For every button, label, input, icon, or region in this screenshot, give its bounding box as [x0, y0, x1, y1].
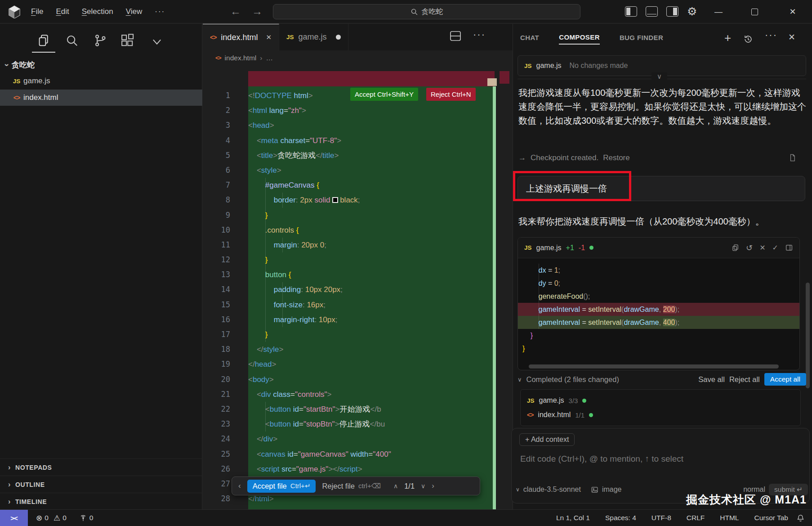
color-swatch-icon [332, 197, 338, 203]
menu-file[interactable]: File [26, 5, 48, 18]
copy-icon[interactable] [732, 244, 739, 252]
split-editor-icon[interactable] [450, 31, 461, 41]
image-icon[interactable] [591, 486, 598, 494]
extensions-icon[interactable] [120, 34, 134, 47]
app-window: FileEditSelectionView··· ← → 贪吃蛇 ⚙ — ✕ [0, 0, 812, 526]
status-cursor-tab[interactable]: Cursor Tab [754, 514, 788, 522]
remote-indicator[interactable]: >< [0, 510, 28, 526]
accept-diff-chip[interactable]: Accept Ctrl+Shift+Y [350, 88, 418, 101]
code-card-hscrollbar[interactable] [529, 364, 779, 369]
reject-diff-chip[interactable]: Reject Ctrl+N [426, 88, 476, 101]
model-chevron-icon[interactable]: ∨ [516, 486, 520, 493]
editor-tab-bar: <> index.html ✕ JS game.js [203, 24, 513, 50]
add-context-button[interactable]: + Add context [519, 433, 575, 446]
checkpoint-copy-icon[interactable] [788, 153, 797, 162]
status-utf-8[interactable]: UTF-8 [651, 514, 671, 522]
status-crlf[interactable]: CRLF [687, 514, 705, 522]
code-editor[interactable]: 1<!DOCTYPE html>2<html lang="zh">3<head>… [203, 66, 513, 509]
tab-game-js[interactable]: JS game.js [279, 24, 348, 50]
model-selector[interactable]: claude-3.5-sonnet [523, 486, 581, 494]
chat-scrollbar[interactable] [806, 283, 810, 388]
tab-index-html[interactable]: <> index.html ✕ [203, 24, 279, 50]
reject-file-button[interactable]: Reject file ctrl+⌫ [322, 482, 380, 490]
expand-chevron-icon[interactable]: ∨ [651, 72, 667, 81]
menu-bar: FileEditSelectionView··· [26, 0, 170, 23]
chat-tab-bug-finder[interactable]: BUG FINDER [620, 34, 663, 44]
sidebar-section-timeline[interactable]: ›TIMELINE [0, 493, 202, 510]
chat-input-placeholder[interactable]: Edit code (Ctrl+I), @ to mention, ↑ to s… [520, 454, 683, 464]
reject-x-icon[interactable]: ✕ [759, 243, 765, 252]
breadcrumb[interactable]: <> index.html › … [203, 50, 513, 66]
accept-all-button[interactable]: Accept all [764, 373, 806, 386]
folder-row[interactable]: › 贪吃蛇 [0, 57, 202, 73]
history-icon[interactable] [743, 34, 753, 44]
nav-back-icon[interactable]: ← [230, 5, 241, 18]
views-chevron-icon[interactable] [151, 36, 164, 49]
status-spaces-4[interactable]: Spaces: 4 [605, 514, 636, 522]
command-search-input[interactable]: 贪吃蛇 [273, 4, 580, 19]
no-changes-label: No changes made [570, 62, 628, 70]
code-line-8: 8 border: 2px solid black; [203, 193, 513, 207]
chat-tab-chat[interactable]: CHAT [520, 34, 539, 44]
toggle-sidebar-right-icon[interactable] [666, 6, 678, 17]
diff-review-widget: ‹ Accept file Ctrl+↵ Reject file ctrl+⌫ … [232, 477, 480, 495]
search-icon [410, 8, 418, 16]
added-count: +1 [566, 244, 574, 252]
save-all-button[interactable]: Save all [698, 375, 725, 384]
nav-forward-icon[interactable]: → [252, 5, 263, 18]
accept-file-button[interactable]: Accept file Ctrl+↵ [247, 480, 316, 493]
menu-selection[interactable]: Selection [77, 5, 118, 18]
window-minimize-button[interactable]: — [708, 0, 729, 23]
open-in-editor-icon[interactable] [785, 244, 793, 252]
collapse-chevron-icon[interactable]: ∨ [518, 376, 522, 383]
file-item-index-html[interactable]: <>index.html [0, 90, 202, 106]
menu-more[interactable]: ··· [150, 5, 170, 18]
changed-file-index-html[interactable]: <>index.html1/1 [527, 411, 794, 419]
next-file-icon[interactable]: › [432, 481, 434, 490]
next-diff-icon[interactable]: ∨ [421, 482, 425, 490]
sidebar-section-outline[interactable]: ›OUTLINE [0, 476, 202, 493]
menu-edit[interactable]: Edit [51, 5, 74, 18]
tab-close-icon[interactable]: ✕ [266, 33, 272, 41]
code-line-23: 23 <button id="stopBtn">停止游戏</bu [203, 417, 513, 432]
chat-code-line: generateFood(); [518, 290, 799, 303]
prev-diff-icon[interactable]: ∧ [393, 482, 398, 490]
editor-more-actions-icon[interactable]: ··· [473, 29, 486, 40]
search-sidebar-icon[interactable] [65, 34, 79, 47]
unsaved-dot-icon [336, 35, 341, 40]
restore-link[interactable]: Restore [603, 153, 630, 162]
window-maximize-button[interactable] [744, 0, 765, 23]
pending-dot-icon [589, 246, 593, 250]
changed-file-game-js[interactable]: JSgame.js3/3 [527, 396, 794, 405]
prev-file-icon[interactable]: ‹ [238, 481, 241, 490]
code-line-25: 25 <canvas id="gameCanvas" width="400" [203, 447, 513, 462]
ports-indicator[interactable]: 0 [79, 514, 94, 522]
status-html[interactable]: HTML [720, 514, 739, 522]
completed-row: ∨ Completed (2 files changed) Save all R… [518, 371, 806, 387]
reject-all-button[interactable]: Reject all [729, 375, 760, 384]
file-item-game-js[interactable]: JSgame.js [0, 73, 202, 89]
chat-more-icon[interactable]: ··· [765, 29, 777, 41]
window-close-button[interactable]: ✕ [782, 0, 803, 23]
new-chat-plus-icon[interactable]: + [724, 31, 731, 45]
reapply-icon[interactable]: ↺ [746, 243, 753, 253]
menu-view[interactable]: View [121, 5, 147, 18]
code-line-2: 2<html lang="zh"> [203, 103, 513, 118]
status-ln-1-col-1[interactable]: Ln 1, Col 1 [556, 514, 590, 522]
chat-close-icon[interactable]: ✕ [788, 32, 795, 42]
source-control-icon[interactable] [94, 34, 107, 47]
editor-scrollbar-handle[interactable] [487, 78, 497, 86]
accept-check-icon[interactable]: ✓ [772, 243, 778, 252]
explorer-icon[interactable] [37, 34, 50, 47]
toggle-panel-icon[interactable] [646, 6, 658, 17]
toggle-sidebar-left-icon[interactable] [625, 6, 637, 17]
chat-tab-composer[interactable]: COMPOSER [559, 33, 600, 45]
code-line-7: 7 #gameCanvas { [203, 178, 513, 193]
image-label[interactable]: image [602, 486, 622, 494]
settings-gear-icon[interactable]: ⚙ [687, 5, 697, 18]
errors-indicator[interactable]: ⊗ 0 ⚠ 0 [36, 513, 67, 523]
changed-files-card: JSgame.js3/3<>index.html1/1 [520, 389, 801, 426]
notifications-bell-icon[interactable] [796, 514, 805, 522]
code-line-13: 13 button { [203, 267, 513, 282]
sidebar-section-notepads[interactable]: ›NOTEPADS [0, 459, 202, 476]
